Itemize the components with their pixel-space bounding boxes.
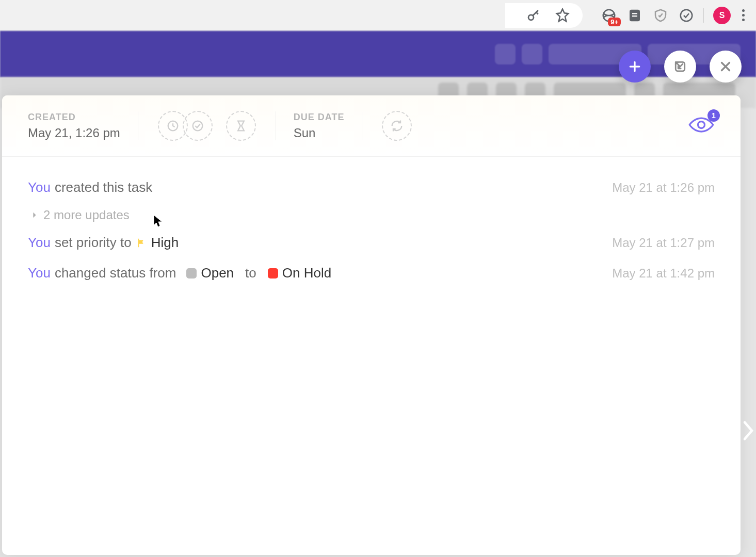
flag-icon bbox=[136, 237, 147, 249]
svg-point-5 bbox=[681, 9, 693, 21]
activity-text: created this task bbox=[55, 179, 152, 195]
svg-point-0 bbox=[528, 14, 534, 20]
recurrence-icon[interactable] bbox=[382, 111, 412, 141]
task-fab-row bbox=[619, 51, 742, 83]
more-updates-label: 2 more updates bbox=[43, 208, 130, 222]
activity-actor: You bbox=[28, 235, 51, 251]
check-circle-icon[interactable] bbox=[679, 8, 694, 23]
task-meta-header: CREATED May 21, 1:26 pm DUE DATE Sun 1 bbox=[2, 95, 741, 157]
more-updates-toggle[interactable]: 2 more updates bbox=[28, 203, 715, 227]
separator bbox=[703, 8, 704, 23]
status-color-on-hold bbox=[268, 268, 278, 278]
activity-text: changed status from bbox=[55, 265, 176, 281]
activity-text: set priority to bbox=[55, 235, 132, 251]
complete-time-icon[interactable] bbox=[183, 111, 213, 141]
avatar-letter: S bbox=[719, 11, 725, 20]
separator bbox=[362, 111, 362, 140]
svg-point-9 bbox=[698, 122, 705, 128]
separator bbox=[138, 111, 138, 140]
watchers-button[interactable]: 1 bbox=[688, 114, 715, 137]
close-button[interactable] bbox=[710, 51, 742, 83]
browser-chrome-bar: 9+ S bbox=[0, 0, 756, 31]
activity-timestamp: May 21 at 1:26 pm bbox=[612, 181, 715, 195]
key-icon[interactable] bbox=[526, 8, 541, 23]
due-date-block[interactable]: DUE DATE Sun bbox=[294, 112, 345, 140]
created-label: CREATED bbox=[28, 112, 120, 123]
time-estimate-icon[interactable] bbox=[226, 111, 256, 141]
activity-row-priority: You set priority to High May 21 at 1:27 … bbox=[28, 227, 715, 258]
activity-timestamp: May 21 at 1:42 pm bbox=[612, 266, 715, 281]
extension-notification-icon[interactable]: 9+ bbox=[601, 8, 617, 23]
status-color-open bbox=[186, 268, 197, 278]
extension-badge: 9+ bbox=[608, 18, 621, 26]
note-icon[interactable] bbox=[627, 8, 642, 23]
chevron-right-icon bbox=[31, 211, 38, 219]
activity-timestamp: May 21 at 1:27 pm bbox=[612, 236, 715, 250]
svg-point-8 bbox=[192, 121, 202, 131]
activity-actor: You bbox=[28, 179, 51, 195]
add-button[interactable] bbox=[619, 51, 651, 83]
activity-actor: You bbox=[28, 265, 51, 281]
status-to: On Hold bbox=[282, 265, 331, 281]
minimize-button[interactable] bbox=[664, 51, 696, 83]
svg-rect-3 bbox=[632, 13, 637, 14]
next-task-arrow[interactable] bbox=[741, 407, 756, 454]
cursor-icon bbox=[153, 214, 163, 228]
svg-rect-4 bbox=[632, 15, 637, 17]
due-date-label: DUE DATE bbox=[294, 112, 345, 123]
activity-row-created: You created this task May 21 at 1:26 pm bbox=[28, 172, 715, 203]
omnibox-tail bbox=[505, 3, 583, 28]
activity-text-to: to bbox=[245, 265, 256, 281]
activity-row-status: You changed status from Open to On Hold … bbox=[28, 258, 715, 288]
activity-feed: You created this task May 21 at 1:26 pm … bbox=[2, 157, 741, 304]
profile-avatar[interactable]: S bbox=[713, 7, 731, 24]
watchers-count: 1 bbox=[707, 109, 720, 122]
task-activity-panel: CREATED May 21, 1:26 pm DUE DATE Sun 1 bbox=[2, 95, 741, 555]
due-date-value: Sun bbox=[294, 126, 345, 140]
status-from: Open bbox=[201, 265, 234, 281]
priority-value: High bbox=[151, 235, 179, 251]
shield-icon[interactable] bbox=[653, 8, 668, 23]
created-value: May 21, 1:26 pm bbox=[28, 126, 120, 140]
kebab-menu-icon[interactable] bbox=[740, 7, 747, 23]
separator bbox=[276, 111, 276, 140]
created-block: CREATED May 21, 1:26 pm bbox=[28, 112, 120, 140]
star-icon[interactable] bbox=[555, 8, 570, 23]
